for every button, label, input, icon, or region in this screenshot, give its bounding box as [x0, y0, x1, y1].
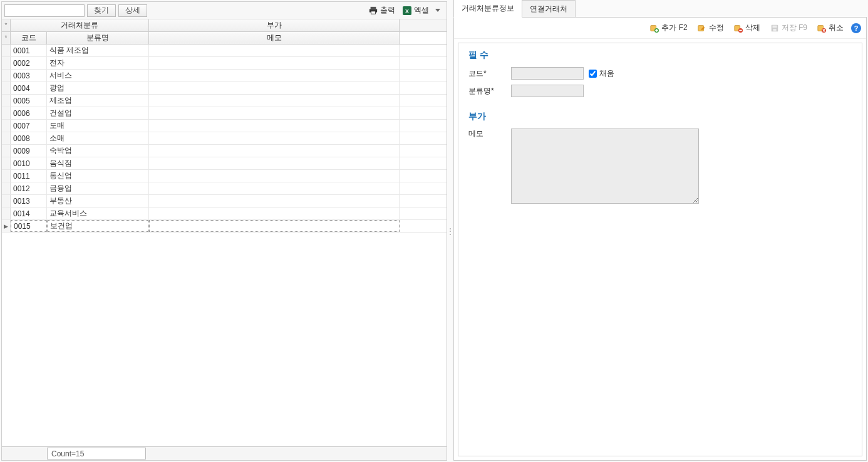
cell-code[interactable]: 0011: [11, 170, 47, 182]
cell-memo[interactable]: [149, 95, 400, 107]
row-indicator: [2, 170, 11, 182]
cell-name[interactable]: 부동산: [47, 195, 149, 207]
svg-rect-15: [773, 28, 776, 31]
fill-checkbox[interactable]: [589, 70, 597, 78]
cell-name[interactable]: 숙박업: [47, 145, 149, 157]
cell-name[interactable]: 광업: [47, 82, 149, 94]
cell-memo[interactable]: [149, 182, 400, 194]
cell-memo[interactable]: [149, 57, 400, 69]
code-input[interactable]: [511, 67, 584, 80]
table-row[interactable]: 0002전자: [2, 57, 447, 70]
cell-memo[interactable]: [149, 145, 400, 157]
cell-code[interactable]: 0007: [11, 120, 47, 132]
tab-linked-partners[interactable]: 연결거래처: [522, 0, 576, 18]
add-icon: [650, 24, 659, 33]
row-indicator: [2, 107, 11, 119]
table-row[interactable]: 0003서비스: [2, 70, 447, 82]
row-indicator: [2, 132, 11, 144]
col-header-name[interactable]: 분류명: [47, 32, 149, 44]
cell-name[interactable]: 제조업: [47, 95, 149, 107]
cell-code[interactable]: 0001: [11, 45, 47, 56]
table-row[interactable]: 0005제조업: [2, 95, 447, 107]
excel-icon: X: [403, 6, 411, 15]
table-row[interactable]: 0009숙박업: [2, 145, 447, 157]
section-additional-title: 부가: [468, 111, 852, 122]
table-row[interactable]: 0001식품 제조업: [2, 45, 447, 57]
save-button: 저장 F9: [768, 21, 810, 34]
cell-memo[interactable]: [149, 107, 400, 119]
col-header-memo[interactable]: 메모: [149, 32, 400, 44]
table-row[interactable]: 0013부동산: [2, 195, 447, 207]
cell-memo[interactable]: [149, 82, 400, 94]
table-row[interactable]: 0007도매: [2, 120, 447, 132]
table-row[interactable]: 0010음식점: [2, 157, 447, 170]
cell-code[interactable]: 0005: [11, 95, 47, 107]
name-input[interactable]: [511, 85, 584, 97]
cell-name[interactable]: 통신업: [47, 170, 149, 182]
cell-name[interactable]: 보건업: [47, 220, 149, 232]
tab-classification-info[interactable]: 거래처분류정보: [453, 0, 522, 18]
print-button[interactable]: 출력: [365, 4, 399, 17]
grid-body[interactable]: 0001식품 제조업0002전자0003서비스0004광업0005제조업0006…: [2, 45, 447, 446]
row-indicator: [2, 157, 11, 169]
cell-memo[interactable]: [149, 45, 400, 56]
cell-code[interactable]: 0013: [11, 195, 47, 207]
table-row[interactable]: 0012금융업: [2, 182, 447, 195]
splitter[interactable]: [448, 0, 452, 462]
cell-memo[interactable]: [149, 120, 400, 132]
footer-spacer: [2, 447, 47, 460]
cell-code[interactable]: 0002: [11, 57, 47, 69]
cell-code[interactable]: 0003: [11, 70, 47, 81]
cell-name[interactable]: 건설업: [47, 107, 149, 119]
fill-checkbox-wrap[interactable]: 채움: [589, 68, 614, 79]
table-row[interactable]: 0011통신업: [2, 170, 447, 182]
printer-icon: [369, 6, 378, 15]
svg-rect-2: [371, 11, 376, 13]
table-row[interactable]: 0008소매: [2, 132, 447, 145]
cell-name[interactable]: 소매: [47, 132, 149, 144]
cell-memo[interactable]: [149, 132, 400, 144]
row-indicator: [2, 207, 11, 219]
search-input[interactable]: [4, 4, 85, 17]
add-button[interactable]: 추가 F2: [648, 21, 690, 34]
cell-name[interactable]: 교육서비스: [47, 207, 149, 219]
cell-memo[interactable]: [149, 70, 400, 81]
cell-code[interactable]: 0012: [11, 182, 47, 194]
row-indicator: [2, 57, 11, 69]
cell-code[interactable]: 0015: [11, 220, 47, 232]
cell-code[interactable]: 0014: [11, 207, 47, 219]
table-row[interactable]: 0006건설업: [2, 107, 447, 120]
memo-input[interactable]: [511, 129, 699, 204]
cell-memo[interactable]: [149, 220, 400, 232]
cell-name[interactable]: 전자: [47, 57, 149, 69]
cell-name[interactable]: 음식점: [47, 157, 149, 169]
detail-button[interactable]: 상세: [118, 4, 147, 17]
cell-code[interactable]: 0004: [11, 82, 47, 94]
cell-name[interactable]: 도매: [47, 120, 149, 132]
cell-memo[interactable]: [149, 207, 400, 219]
excel-button[interactable]: X 엑셀: [399, 4, 444, 17]
edit-button[interactable]: 수정: [695, 21, 726, 34]
row-indicator: [2, 195, 11, 207]
cell-name[interactable]: 식품 제조업: [47, 45, 149, 56]
footer-count: Count=15: [47, 448, 146, 459]
cell-code[interactable]: 0010: [11, 157, 47, 169]
table-row[interactable]: 0014교육서비스: [2, 207, 447, 220]
cell-name[interactable]: 서비스: [47, 70, 149, 81]
delete-button[interactable]: 삭제: [731, 21, 763, 34]
cell-code[interactable]: 0006: [11, 107, 47, 119]
cell-memo[interactable]: [149, 195, 400, 207]
table-row[interactable]: ▶0015보건업: [2, 220, 447, 233]
col-header-code[interactable]: 코드: [11, 32, 47, 44]
delete-icon: [734, 24, 743, 33]
help-button[interactable]: ?: [851, 23, 861, 33]
cell-name[interactable]: 금융업: [47, 182, 149, 194]
find-button[interactable]: 찾기: [87, 4, 116, 17]
cancel-button[interactable]: 취소: [815, 21, 846, 34]
table-row[interactable]: 0004광업: [2, 82, 447, 95]
cell-memo[interactable]: [149, 157, 400, 169]
cell-code[interactable]: 0009: [11, 145, 47, 157]
row-indicator: [2, 145, 11, 157]
cell-code[interactable]: 0008: [11, 132, 47, 144]
cell-memo[interactable]: [149, 170, 400, 182]
